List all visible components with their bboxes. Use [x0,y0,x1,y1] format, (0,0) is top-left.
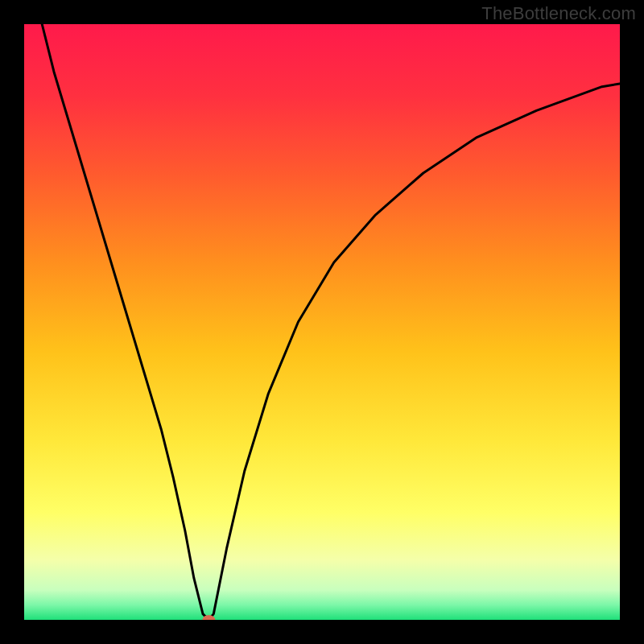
bottleneck-chart [24,24,620,620]
watermark-text: TheBottleneck.com [481,3,636,24]
plot-area [24,24,620,620]
chart-frame: TheBottleneck.com [0,0,644,644]
